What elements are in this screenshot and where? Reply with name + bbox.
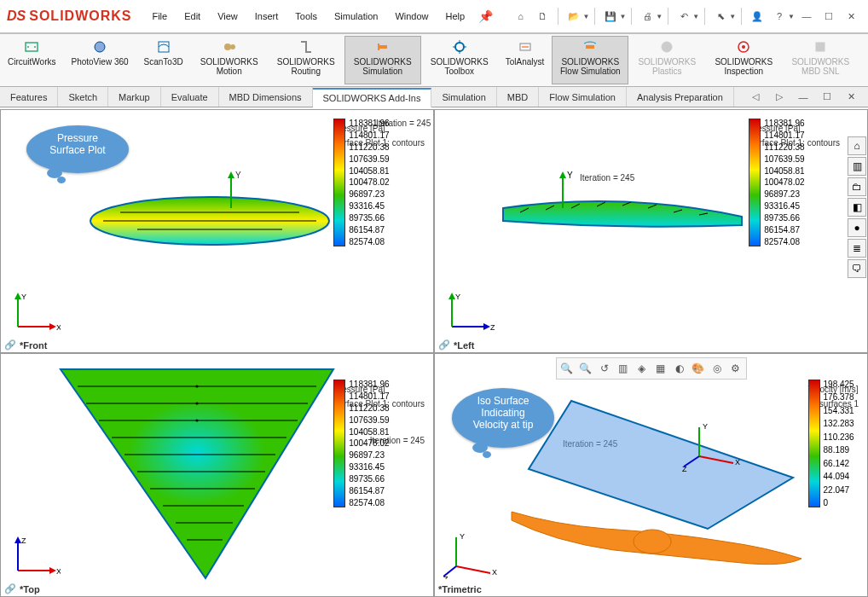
tab-evaluate[interactable]: Evaluate [161,87,219,107]
svg-rect-8 [378,43,379,50]
print-button[interactable]: 🖨 [637,6,657,26]
tab-features[interactable]: Features [0,87,58,107]
svg-text:Y: Y [21,293,26,301]
feature-manager-tabs: Features Sketch Markup Evaluate MBD Dime… [0,87,868,107]
menu-file[interactable]: File [145,8,174,25]
tab-sketch[interactable]: Sketch [58,87,108,107]
link-icon: 🔗 [438,339,450,351]
panel-close-button[interactable]: ✕ [841,87,861,107]
orientation-triad-trimetric: X Y Z [443,532,503,579]
menu-simulation[interactable]: Simulation [327,8,385,25]
svg-point-40 [196,420,199,422]
airfoil-left [495,191,750,242]
undo-button[interactable]: ↶ [674,6,694,26]
previous-view-icon[interactable]: ↺ [596,360,613,377]
svg-point-9 [455,43,464,51]
svg-point-14 [742,45,745,49]
view-settings-icon[interactable]: ⚙ [727,360,744,377]
svg-point-3 [95,42,105,52]
minimize-button[interactable]: — [796,6,817,26]
maximize-button[interactable]: ☐ [819,6,839,26]
ribbon-photoview[interactable]: PhotoView 360 [63,36,136,84]
ribbon-plastics[interactable]: SOLIDWORKS Plastics [628,36,705,84]
tab-markup[interactable]: Markup [108,87,161,107]
svg-line-48 [699,456,733,463]
panel-next-button[interactable]: ▷ [769,87,790,107]
orientation-triad-front: X Y [9,293,61,335]
svg-text:X: X [56,567,61,576]
svg-point-39 [196,403,199,405]
viewport-trimetric[interactable]: 🔍 🔍 ↺ ▥ ◈ ▦ ◐ 🎨 ◎ ⚙ Iso Surface Indicati… [434,353,868,597]
link-icon: 🔗 [4,583,16,594]
zoom-area-icon[interactable]: 🔍 [577,360,594,377]
select-button[interactable]: ⬉ [710,6,731,26]
tab-mbd-dimensions[interactable]: MBD Dimensions [219,87,313,107]
svg-marker-30 [559,171,566,178]
apply-scene-icon[interactable]: ◎ [709,360,726,377]
ribbon-tolanalyst[interactable]: TolAnalyst [498,36,553,84]
viewport-top[interactable]: Iteration = 245 118381.96114801.17111220… [0,353,434,597]
tab-mbd[interactable]: MBD [497,87,539,107]
help-button[interactable]: ? [769,6,790,26]
taskpane-home-icon[interactable]: ⌂ [848,136,866,155]
isosurface-velocity [503,392,810,588]
section-view-icon[interactable]: ▥ [615,360,632,377]
link-icon: 🔗 [4,339,16,351]
menu-insert[interactable]: Insert [248,8,286,25]
home-button[interactable]: ⌂ [510,6,530,26]
menu-edit[interactable]: Edit [177,8,207,25]
new-button[interactable]: 🗋 [532,6,553,26]
viewport-left[interactable]: Iteration = 245 Y 118381.96114801.171112… [434,109,868,353]
tab-analysis-preparation[interactable]: Analysis Preparation [627,87,734,107]
ribbon-circuitworks[interactable]: CircuitWorks [0,36,63,84]
open-button[interactable]: 📂 [564,6,584,26]
svg-text:Y: Y [460,532,465,541]
ribbon-inspection[interactable]: SOLIDWORKS Inspection [705,36,782,84]
taskpane-appearances-icon[interactable]: ● [848,218,866,237]
menu-tools[interactable]: Tools [288,8,324,25]
menu-bar: File Edit View Insert Tools Simulation W… [145,8,472,25]
taskpane-view-palette-icon[interactable]: ◧ [848,198,866,217]
ribbon-mbd-snl[interactable]: SOLIDWORKS MBD SNL [782,36,859,84]
orientation-triad-top: X Z [9,536,61,579]
ribbon-toolbox[interactable]: SOLIDWORKS Toolbox [421,36,498,84]
callout-pressure: Pressure Surface Plot [26,125,129,173]
ribbon-motion[interactable]: SOLIDWORKS Motion [191,36,268,84]
taskpane-design-library-icon[interactable]: ▥ [848,157,866,176]
pin-icon[interactable]: 📌 [478,9,493,23]
app-logo: DS SOLIDWORKS [7,9,131,24]
tab-simulation[interactable]: Simulation [431,87,496,107]
taskpane-file-explorer-icon[interactable]: 🗀 [848,177,866,196]
tab-flow-simulation[interactable]: Flow Simulation [539,87,627,107]
display-style-icon[interactable]: ▦ [652,360,669,377]
quickaccess-toolbar: ⌂ 🗋 📂▼ 💾▼ 🖨▼ ↶▼ ⬉▼ 👤 ?▼ — ☐ ✕ [510,6,861,26]
ribbon-simulation[interactable]: SOLIDWORKS Simulation [344,36,421,84]
taskpane-forum-icon[interactable]: 🗨 [848,259,866,278]
viewport-front[interactable]: Pressure Surface Plot Iteration = 245 Y … [0,109,434,353]
panel-max-button[interactable]: ☐ [817,87,837,107]
user-button[interactable]: 👤 [747,6,767,26]
taskpane-properties-icon[interactable]: ≣ [848,239,866,258]
ribbon-scanto3d[interactable]: ScanTo3D [136,36,191,84]
edit-appearance-icon[interactable]: 🎨 [690,360,707,377]
pressure-legend-top: 118381.96114801.17111220.38107639.591040… [333,380,425,409]
menu-window[interactable]: Window [388,8,435,25]
panel-prev-button[interactable]: ◁ [745,87,766,107]
svg-text:X: X [735,458,740,467]
logo-ds: DS [7,9,26,24]
zoom-fit-icon[interactable]: 🔍 [558,360,576,377]
heads-up-view-toolbar: 🔍 🔍 ↺ ▥ ◈ ▦ ◐ 🎨 ◎ ⚙ [556,357,747,380]
ribbon-flow-simulation[interactable]: SOLIDWORKS Flow Simulation [552,36,628,84]
svg-text:Y: Y [703,422,708,431]
panel-restore-button[interactable]: — [793,87,813,107]
menu-help[interactable]: Help [439,8,472,25]
menu-view[interactable]: View [211,8,245,25]
tab-addins[interactable]: SOLIDWORKS Add-Ins [313,88,432,107]
hide-show-icon[interactable]: ◐ [671,360,688,377]
close-button[interactable]: ✕ [841,6,861,26]
svg-point-1 [27,46,29,48]
axis-triad-y: Y [546,170,580,212]
ribbon-routing[interactable]: SOLIDWORKS Routing [268,36,344,84]
view-orientation-icon[interactable]: ◈ [634,360,651,377]
save-button[interactable]: 💾 [600,6,621,26]
